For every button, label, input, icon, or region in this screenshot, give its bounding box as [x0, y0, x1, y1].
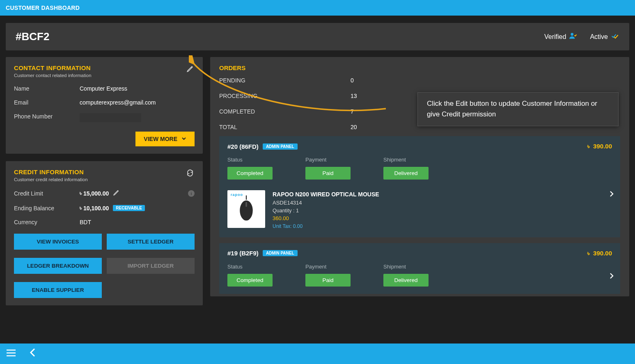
order-title: #20 (86FD) [227, 143, 259, 150]
admin-panel-badge: ADMIN PANEL [263, 143, 298, 150]
order-price: 390.00 [593, 250, 612, 257]
refresh-icon[interactable] [186, 168, 195, 177]
processing-value: 13 [351, 93, 357, 99]
svg-rect-2 [245, 202, 247, 207]
active-label: Active [590, 33, 608, 41]
currency-value: BDT [80, 219, 91, 225]
chevron-right-icon[interactable] [610, 191, 614, 199]
payment-label: Payment [305, 264, 351, 270]
email-value: computerexpress@gmail.com [80, 99, 156, 106]
pending-label: PENDING [219, 77, 351, 84]
product-name: RAPOO N200 WIRED OPTICAL MOUSE [273, 190, 379, 199]
pending-value: 0 [351, 77, 354, 84]
credit-panel: CREDIT INFORMATION Customer credit relat… [6, 161, 203, 305]
menu-icon[interactable] [7, 348, 16, 359]
phone-label: Phone Number [14, 113, 80, 123]
processing-label: PROCESSING [219, 93, 351, 99]
customer-code: #BCF2 [16, 30, 49, 43]
receivable-badge: RECEIVABLE [113, 205, 145, 211]
top-bar: CUSTOMER DASHBOARD [0, 0, 635, 16]
contact-title: CONTACT INFORMATION [14, 64, 92, 71]
edit-contact-icon[interactable] [186, 64, 195, 73]
phone-value [80, 113, 141, 122]
status-chip: Completed [227, 167, 273, 180]
order-price: 390.00 [593, 143, 612, 150]
credit-title: CREDIT INFORMATION [14, 168, 88, 175]
total-label: TOTAL [219, 124, 351, 130]
import-ledger-button: IMPORT LEDGER [107, 258, 195, 274]
credit-limit-value: 15,000.00 [83, 190, 109, 197]
shipment-label: Shipment [383, 264, 429, 270]
status-label: Status [227, 264, 273, 270]
taka-icon: ৳ [587, 143, 590, 150]
admin-panel-badge: ADMIN PANEL [263, 250, 298, 256]
svg-point-0 [571, 33, 574, 36]
settle-ledger-button[interactable]: SETTLE LEDGER [107, 234, 195, 250]
top-bar-title: CUSTOMER DASHBOARD [6, 5, 80, 11]
payment-chip: Paid [305, 274, 351, 287]
payment-label: Payment [305, 157, 351, 163]
product-sku: ASDE14314 [273, 199, 379, 207]
taka-icon: ৳ [80, 205, 82, 212]
verified-label: Verified [544, 33, 566, 41]
payment-chip: Paid [305, 167, 351, 180]
order-card[interactable]: #20 (86FD) ADMIN PANEL ৳ 390.00 Status C… [219, 136, 620, 237]
order-card[interactable]: #19 (B2F9) ADMIN PANEL ৳ 390.00 Status C… [219, 243, 620, 294]
active-check-icon [611, 33, 619, 41]
product-price: 360.00 [273, 214, 379, 223]
name-label: Name [14, 85, 80, 92]
product-tax: Unit Tax: 0.00 [273, 223, 379, 230]
contact-panel: CONTACT INFORMATION Customer contact rel… [6, 57, 203, 154]
ending-balance-value: 10,100.00 [83, 205, 109, 212]
shipment-label: Shipment [383, 157, 429, 163]
verified-user-icon [569, 32, 578, 41]
chevron-down-icon [181, 136, 186, 142]
info-icon[interactable]: i [188, 190, 195, 197]
product-row: rapoo RAPOO N200 WIRED OPTICAL MOUSE ASD… [227, 190, 612, 230]
annotation-text: Click the Edit button to update Customer… [427, 100, 597, 118]
enable-supplier-button[interactable]: ENABLE SUPPLIER [14, 282, 102, 298]
shipment-chip: Delivered [383, 274, 429, 287]
completed-value: 7 [351, 108, 354, 115]
view-invoices-button[interactable]: VIEW INVOICES [14, 234, 102, 250]
credit-subtitle: Customer credit related information [14, 177, 88, 182]
ending-balance-label: Ending Balance [14, 205, 80, 212]
back-icon[interactable] [30, 348, 35, 359]
name-value: Computer Express [80, 85, 127, 92]
contact-subtitle: Customer contact related information [14, 73, 92, 78]
ledger-breakdown-button[interactable]: LEDGER BREAKDOWN [14, 258, 102, 274]
taka-icon: ৳ [587, 250, 590, 257]
orders-title: ORDERS [219, 64, 620, 71]
product-thumbnail: rapoo [227, 190, 265, 228]
order-title: #19 (B2F9) [227, 250, 259, 257]
status-label: Status [227, 157, 273, 163]
credit-limit-label: Credit Limit [14, 190, 80, 197]
bottom-bar [0, 344, 635, 364]
product-quantity: Quantity : 1 [273, 207, 379, 215]
edit-credit-limit-icon[interactable] [113, 189, 119, 197]
chevron-right-icon[interactable] [610, 273, 614, 281]
product-brand: rapoo [231, 193, 243, 197]
taka-icon: ৳ [80, 190, 82, 197]
email-label: Email [14, 99, 80, 106]
shipment-chip: Delivered [383, 167, 429, 180]
view-more-button[interactable]: VIEW MORE [135, 132, 195, 146]
customer-header: #BCF2 Verified Active [6, 23, 629, 50]
total-value: 20 [351, 124, 357, 130]
completed-label: COMPLETED [219, 108, 351, 115]
annotation-tooltip: Click the Edit button to update Customer… [417, 92, 619, 126]
view-more-label: VIEW MORE [144, 136, 177, 142]
currency-label: Currency [14, 219, 80, 225]
active-status: Active [590, 33, 619, 41]
status-chip: Completed [227, 274, 273, 287]
verified-status: Verified [544, 32, 578, 41]
